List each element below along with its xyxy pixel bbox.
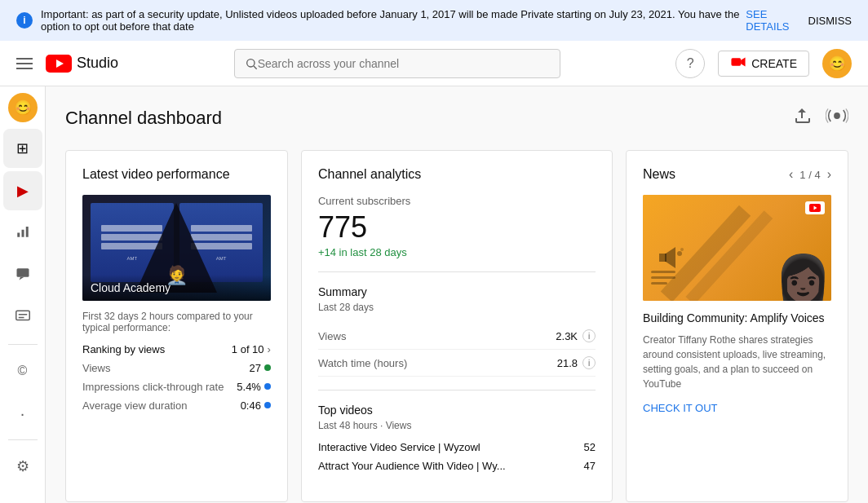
content-icon: ▶	[17, 182, 29, 200]
svg-rect-8	[25, 227, 28, 237]
news-card: News ‹ 1 / 4 ›	[626, 150, 848, 502]
video-description: First 32 days 2 hours compared to your t…	[82, 311, 271, 333]
notification-right: SEE DETAILS DISMISS	[746, 8, 852, 33]
sidebar-item-analytics[interactable]: Analytics	[3, 214, 42, 253]
create-camera-icon	[730, 56, 746, 68]
subscribers-change: +14 in last 28 days	[318, 246, 596, 258]
hamburger-menu[interactable]	[16, 58, 33, 69]
watchtime-info-icon[interactable]: i	[582, 356, 596, 369]
divider-2	[318, 390, 596, 390]
svg-rect-4	[732, 58, 742, 65]
latest-video-title: Latest video performance	[82, 167, 271, 182]
upload-icon[interactable]	[793, 106, 813, 130]
create-label: CREATE	[751, 57, 797, 70]
latest-video-card: Latest video performance AMT	[65, 150, 288, 502]
page-header: Channel dashboard	[65, 106, 848, 130]
subscribers-section: Current subscribers 775 +14 in last 28 d…	[318, 195, 596, 258]
comments-icon	[16, 267, 30, 285]
logo-text: Studio	[77, 55, 118, 72]
info-icon: i	[16, 12, 33, 29]
sidebar-item-content[interactable]: ▶ Content Content	[3, 171, 42, 210]
page-actions	[793, 106, 848, 130]
dismiss-button[interactable]: DISMISS	[808, 15, 852, 27]
subscribers-label: Current subscribers	[318, 195, 596, 207]
ranking-label: Ranking by views	[82, 343, 165, 355]
search-icon	[245, 57, 258, 70]
check-it-out-button[interactable]: CHECK IT OUT	[643, 402, 718, 414]
metric-views: Views 2.3K i	[318, 323, 596, 350]
views-indicator	[264, 364, 271, 371]
search-bar[interactable]	[234, 49, 560, 78]
news-article-text: Creator Tiffany Rothe shares strategies …	[643, 333, 831, 391]
metric-watchtime: Watch time (hours) 21.8 i	[318, 350, 596, 377]
notification-text: Important: as part of a security update,…	[41, 8, 746, 33]
svg-line-3	[254, 66, 257, 69]
settings-icon: ⚙	[16, 457, 29, 475]
notification-bar: i Important: as part of a security updat…	[0, 0, 868, 41]
divider-1	[318, 271, 596, 272]
sidebar: 😊 ⊞ Dashboard ▶ Content Content Analytic…	[0, 86, 46, 503]
svg-point-18	[680, 248, 684, 251]
create-button[interactable]: CREATE	[718, 51, 809, 77]
sidebar-item-settings[interactable]: ⚙ Settings	[3, 447, 42, 486]
upload-svg-icon	[793, 106, 813, 126]
sidebar-divider	[8, 344, 38, 345]
comment-icon	[16, 267, 30, 281]
dashboard-grid: Latest video performance AMT	[65, 150, 848, 502]
yt-badge-icon	[809, 204, 821, 212]
news-prev-button[interactable]: ‹	[789, 167, 793, 182]
subtitles-icon-svg	[16, 309, 30, 324]
news-img-bg: 👩🏿	[643, 195, 831, 301]
logo[interactable]: Studio	[46, 55, 118, 73]
svg-rect-6	[17, 232, 20, 236]
sidebar-item-comments[interactable]: Comments	[3, 256, 42, 295]
sidebar-item-subtitles[interactable]: Subtitles	[3, 298, 42, 338]
sidebar-item-dashboard[interactable]: ⊞ Dashboard	[3, 129, 42, 168]
youtube-logo-icon	[46, 55, 72, 73]
sidebar-item-copyright[interactable]: © Copyright	[3, 351, 42, 390]
bullhorn-svg	[655, 241, 688, 274]
sidebar-item-earn[interactable]: · Earn	[3, 394, 42, 433]
svg-rect-11	[16, 311, 29, 320]
news-article-title: Building Community: Amplify Voices	[643, 311, 831, 327]
sidebar-divider-2	[8, 439, 38, 440]
earn-icon: ·	[20, 404, 25, 423]
svg-point-2	[246, 59, 254, 66]
ranking-row[interactable]: Ranking by views 1 of 10 ›	[82, 343, 271, 355]
ctr-indicator	[264, 383, 271, 390]
see-details-button[interactable]: SEE DETAILS	[746, 8, 791, 33]
summary-section: Summary Last 28 days Views 2.3K i Watch …	[318, 285, 596, 377]
stat-ctr: Impressions click-through rate 5.4%	[82, 381, 271, 393]
duration-indicator	[264, 402, 271, 408]
views-info-icon[interactable]: i	[582, 329, 596, 342]
search-input[interactable]	[258, 57, 550, 70]
news-article-image: 👩🏿	[643, 195, 831, 301]
page-title: Channel dashboard	[65, 108, 222, 129]
channel-analytics-card: Channel analytics Current subscribers 77…	[301, 150, 613, 502]
news-card-title: News	[643, 167, 675, 182]
header: Studio ? CREATE 😊	[0, 41, 868, 86]
header-right: ? CREATE 😊	[675, 49, 852, 78]
top-videos-title: Top videos	[318, 404, 596, 417]
top-video-2: Attract Your Audience With Video | Wy...…	[318, 460, 596, 472]
dashboard-icon: ⊞	[16, 139, 29, 157]
sidebar-avatar[interactable]: 😊	[8, 93, 38, 122]
video-thumbnail[interactable]: AMT AMT 🧑‍💼 Clo	[82, 195, 271, 301]
copyright-icon: ©	[18, 364, 28, 378]
user-avatar[interactable]: 😊	[822, 49, 852, 78]
main-content: Channel dashboard	[46, 86, 868, 503]
top-video-1: Interactive Video Service | Wyzowl 52	[318, 441, 596, 453]
help-button[interactable]: ?	[675, 49, 705, 78]
live-streaming-icon[interactable]	[826, 106, 848, 130]
live-icon-svg	[826, 106, 848, 126]
news-header: News ‹ 1 / 4 ›	[643, 167, 831, 182]
summary-title: Summary	[318, 285, 596, 298]
top-videos-section: Top videos Last 48 hours · Views Interac…	[318, 404, 596, 472]
analytics-icon	[16, 224, 30, 243]
camera-icon	[730, 56, 746, 71]
youtube-badge	[805, 201, 825, 214]
svg-marker-5	[741, 57, 745, 66]
svg-rect-7	[21, 229, 24, 236]
news-next-button[interactable]: ›	[827, 167, 831, 182]
header-left: Studio	[16, 55, 118, 73]
